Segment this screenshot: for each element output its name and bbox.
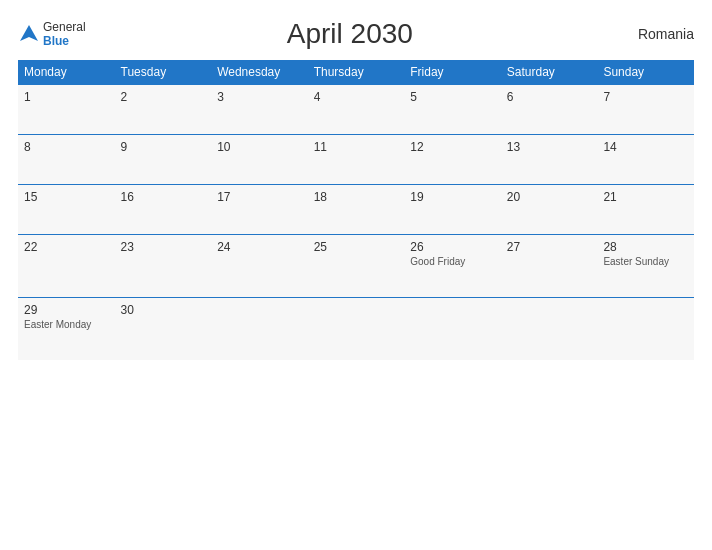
svg-marker-0 bbox=[20, 25, 38, 41]
day-number: 17 bbox=[217, 190, 302, 204]
day-number: 18 bbox=[314, 190, 399, 204]
day-number: 21 bbox=[603, 190, 688, 204]
calendar-day-cell: 7 bbox=[597, 85, 694, 135]
logo-icon bbox=[18, 23, 40, 45]
calendar-day-cell: 22 bbox=[18, 235, 115, 298]
calendar-day-cell: 19 bbox=[404, 185, 501, 235]
day-number: 4 bbox=[314, 90, 399, 104]
day-number: 7 bbox=[603, 90, 688, 104]
day-number: 13 bbox=[507, 140, 592, 154]
day-number: 10 bbox=[217, 140, 302, 154]
calendar-day-cell: 30 bbox=[115, 298, 212, 361]
weekday-header-cell: Friday bbox=[404, 60, 501, 85]
calendar-week-row: 15161718192021 bbox=[18, 185, 694, 235]
calendar-day-cell: 11 bbox=[308, 135, 405, 185]
day-number: 3 bbox=[217, 90, 302, 104]
day-number: 24 bbox=[217, 240, 302, 254]
day-number: 14 bbox=[603, 140, 688, 154]
day-number: 25 bbox=[314, 240, 399, 254]
calendar-week-row: 891011121314 bbox=[18, 135, 694, 185]
calendar-day-cell: 10 bbox=[211, 135, 308, 185]
day-number: 22 bbox=[24, 240, 109, 254]
calendar-day-cell: 28Easter Sunday bbox=[597, 235, 694, 298]
weekday-header-cell: Sunday bbox=[597, 60, 694, 85]
calendar-body: 1234567891011121314151617181920212223242… bbox=[18, 85, 694, 361]
day-number: 5 bbox=[410, 90, 495, 104]
day-number: 8 bbox=[24, 140, 109, 154]
calendar-day-cell: 24 bbox=[211, 235, 308, 298]
day-number: 2 bbox=[121, 90, 206, 104]
calendar-day-cell: 6 bbox=[501, 85, 598, 135]
calendar-day-cell: 5 bbox=[404, 85, 501, 135]
calendar-title: April 2030 bbox=[86, 18, 614, 50]
calendar-day-cell: 27 bbox=[501, 235, 598, 298]
day-number: 12 bbox=[410, 140, 495, 154]
calendar-day-cell: 21 bbox=[597, 185, 694, 235]
day-number: 26 bbox=[410, 240, 495, 254]
calendar-week-row: 2223242526Good Friday2728Easter Sunday bbox=[18, 235, 694, 298]
day-number: 11 bbox=[314, 140, 399, 154]
logo-general-text: General bbox=[43, 20, 86, 34]
logo-text: General Blue bbox=[43, 20, 86, 49]
calendar-day-cell: 17 bbox=[211, 185, 308, 235]
calendar-day-cell: 4 bbox=[308, 85, 405, 135]
calendar-day-cell bbox=[404, 298, 501, 361]
weekday-header-row: MondayTuesdayWednesdayThursdayFridaySatu… bbox=[18, 60, 694, 85]
calendar-week-row: 29Easter Monday30 bbox=[18, 298, 694, 361]
weekday-header-cell: Wednesday bbox=[211, 60, 308, 85]
calendar-day-cell: 26Good Friday bbox=[404, 235, 501, 298]
logo-blue-text: Blue bbox=[43, 34, 86, 48]
calendar-day-cell: 3 bbox=[211, 85, 308, 135]
calendar-day-cell: 9 bbox=[115, 135, 212, 185]
calendar-day-cell bbox=[501, 298, 598, 361]
day-number: 23 bbox=[121, 240, 206, 254]
weekday-header-cell: Saturday bbox=[501, 60, 598, 85]
weekday-header-cell: Thursday bbox=[308, 60, 405, 85]
calendar-day-cell: 8 bbox=[18, 135, 115, 185]
calendar-day-cell: 14 bbox=[597, 135, 694, 185]
day-number: 9 bbox=[121, 140, 206, 154]
calendar-day-cell: 13 bbox=[501, 135, 598, 185]
day-number: 30 bbox=[121, 303, 206, 317]
day-number: 1 bbox=[24, 90, 109, 104]
day-number: 20 bbox=[507, 190, 592, 204]
calendar-day-cell: 25 bbox=[308, 235, 405, 298]
day-number: 6 bbox=[507, 90, 592, 104]
weekday-header-cell: Monday bbox=[18, 60, 115, 85]
calendar-day-cell: 12 bbox=[404, 135, 501, 185]
weekday-header-cell: Tuesday bbox=[115, 60, 212, 85]
calendar-week-row: 1234567 bbox=[18, 85, 694, 135]
logo: General Blue bbox=[18, 20, 86, 49]
calendar-day-cell: 15 bbox=[18, 185, 115, 235]
calendar-header: MondayTuesdayWednesdayThursdayFridaySatu… bbox=[18, 60, 694, 85]
day-event: Easter Monday bbox=[24, 319, 109, 330]
day-event: Good Friday bbox=[410, 256, 495, 267]
calendar-day-cell bbox=[308, 298, 405, 361]
calendar-day-cell: 16 bbox=[115, 185, 212, 235]
calendar-day-cell: 18 bbox=[308, 185, 405, 235]
calendar-day-cell bbox=[597, 298, 694, 361]
country-label: Romania bbox=[614, 26, 694, 42]
calendar-day-cell: 23 bbox=[115, 235, 212, 298]
calendar-day-cell: 20 bbox=[501, 185, 598, 235]
day-number: 27 bbox=[507, 240, 592, 254]
day-number: 28 bbox=[603, 240, 688, 254]
header: General Blue April 2030 Romania bbox=[18, 18, 694, 50]
calendar-day-cell: 29Easter Monday bbox=[18, 298, 115, 361]
day-number: 15 bbox=[24, 190, 109, 204]
calendar-day-cell: 2 bbox=[115, 85, 212, 135]
calendar-day-cell: 1 bbox=[18, 85, 115, 135]
day-number: 29 bbox=[24, 303, 109, 317]
calendar-table: MondayTuesdayWednesdayThursdayFridaySatu… bbox=[18, 60, 694, 360]
day-number: 19 bbox=[410, 190, 495, 204]
calendar-day-cell bbox=[211, 298, 308, 361]
day-event: Easter Sunday bbox=[603, 256, 688, 267]
day-number: 16 bbox=[121, 190, 206, 204]
calendar-page: General Blue April 2030 Romania MondayTu… bbox=[0, 0, 712, 550]
